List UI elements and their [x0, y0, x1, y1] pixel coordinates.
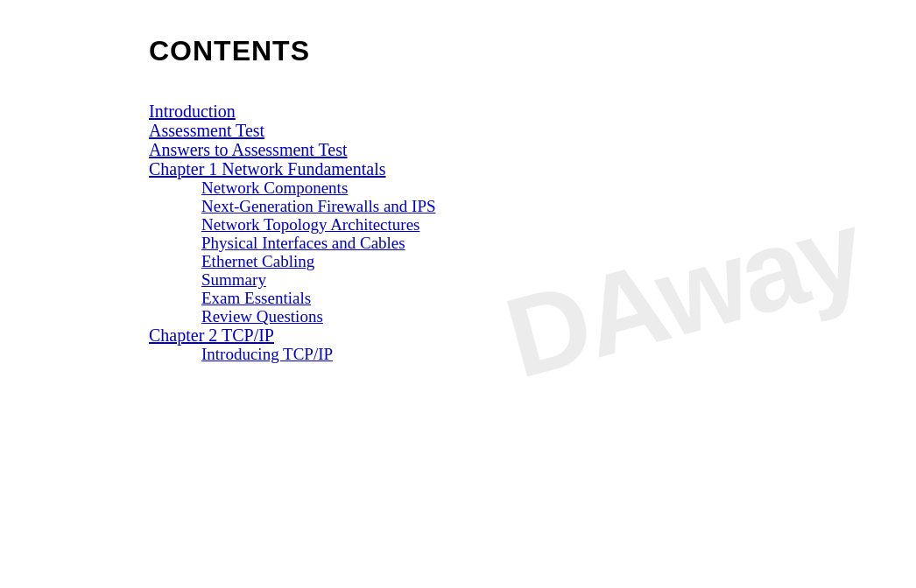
- toc-link-network-components[interactable]: Network Components: [201, 178, 348, 197]
- main-content: CONTENTS Introduction Assessment Test An…: [149, 35, 863, 362]
- toc-item-summary: Summary: [149, 271, 863, 288]
- toc-item-chapter2: Chapter 2 TCP/IP: [149, 326, 863, 344]
- page-container: DAway CONTENTS Introduction Assessment T…: [0, 0, 916, 588]
- toc-item-physical-interfaces: Physical Interfaces and Cables: [149, 234, 863, 251]
- page-title: CONTENTS: [149, 35, 863, 67]
- toc-item-assessment-test: Assessment Test: [149, 122, 863, 139]
- toc-link-chapter1[interactable]: Chapter 1 Network Fundamentals: [149, 159, 386, 178]
- toc-link-review-questions[interactable]: Review Questions: [201, 307, 323, 326]
- toc-item-network-components: Network Components: [149, 179, 863, 196]
- toc-link-introduction[interactable]: Introduction: [149, 102, 236, 121]
- toc-item-introduction: Introduction: [149, 102, 863, 120]
- toc-item-ethernet-cabling: Ethernet Cabling: [149, 253, 863, 270]
- toc-link-exam-essentials[interactable]: Exam Essentials: [201, 289, 311, 307]
- toc-item-exam-essentials: Exam Essentials: [149, 290, 863, 306]
- toc-link-physical-interfaces[interactable]: Physical Interfaces and Cables: [201, 234, 405, 252]
- toc-item-topology: Network Topology Architectures: [149, 216, 863, 233]
- toc-link-ethernet-cabling[interactable]: Ethernet Cabling: [201, 252, 314, 270]
- toc-link-summary[interactable]: Summary: [201, 270, 266, 289]
- toc-link-next-gen[interactable]: Next-Generation Firewalls and IPS: [201, 197, 436, 215]
- toc-item-introducing-tcpip: Introducing TCP/IP: [149, 346, 863, 362]
- toc-link-answers[interactable]: Answers to Assessment Test: [149, 140, 348, 159]
- toc-item-next-gen: Next-Generation Firewalls and IPS: [149, 198, 863, 214]
- toc-link-introducing-tcpip[interactable]: Introducing TCP/IP: [201, 345, 333, 363]
- toc-link-assessment-test[interactable]: Assessment Test: [149, 121, 264, 140]
- toc-item-review-questions: Review Questions: [149, 308, 863, 325]
- toc-list: Introduction Assessment Test Answers to …: [149, 102, 863, 362]
- toc-link-chapter2[interactable]: Chapter 2 TCP/IP: [149, 326, 274, 345]
- toc-link-topology[interactable]: Network Topology Architectures: [201, 215, 420, 234]
- toc-item-answers: Answers to Assessment Test: [149, 141, 863, 158]
- toc-item-chapter1: Chapter 1 Network Fundamentals: [149, 160, 863, 178]
